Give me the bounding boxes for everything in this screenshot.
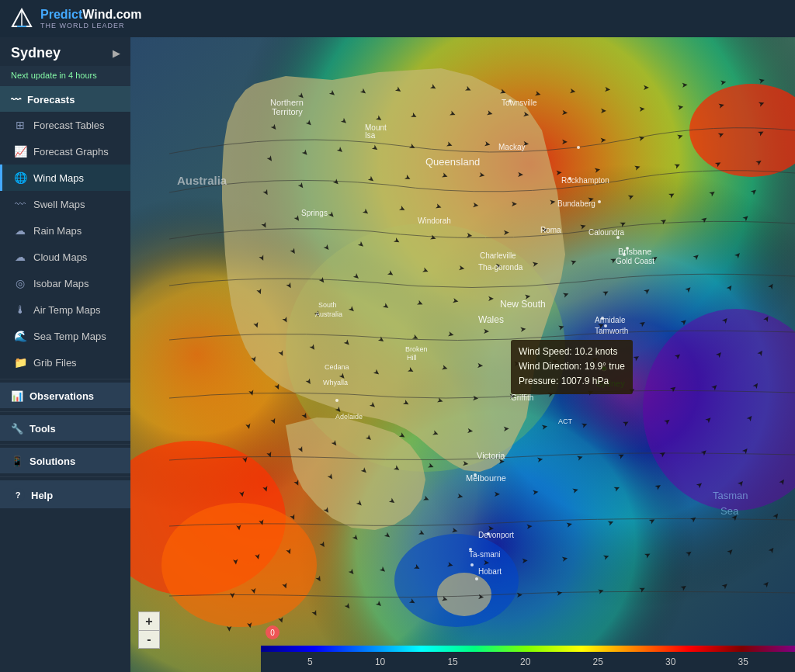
- help-icon: ?: [11, 488, 25, 502]
- svg-point-11: [161, 503, 317, 627]
- svg-text:➤: ➤: [494, 490, 500, 498]
- forecast-tables-label: Forecast Tables: [33, 120, 105, 131]
- svg-text:Hill: Hill: [407, 354, 417, 362]
- sidebar: Sydney ▶ Next update in 4 hours 〰 Foreca…: [0, 37, 130, 672]
- svg-text:➤: ➤: [599, 135, 606, 144]
- help-label: Help: [31, 490, 53, 501]
- sidebar-item-air-temp-maps[interactable]: 🌡 Air Temp Maps: [0, 296, 130, 323]
- svg-point-325: [469, 548, 472, 551]
- scale-value-4: 20: [520, 656, 530, 667]
- svg-text:Australia: Australia: [315, 310, 342, 318]
- svg-text:Rockhampton: Rockhampton: [561, 176, 609, 185]
- svg-text:Caloundra: Caloundra: [588, 228, 625, 237]
- zoom-in-button[interactable]: +: [138, 611, 160, 630]
- svg-text:➤: ➤: [467, 426, 474, 435]
- zoom-out-button[interactable]: -: [138, 630, 160, 649]
- svg-point-326: [470, 563, 474, 566]
- solutions-icon: 📱: [11, 456, 23, 467]
- svg-text:➤: ➤: [231, 558, 241, 565]
- location-header[interactable]: Sydney ▶: [0, 37, 130, 66]
- svg-point-328: [487, 532, 490, 535]
- svg-point-316: [598, 200, 601, 203]
- observations-label: Observations: [30, 390, 94, 402]
- svg-text:➤: ➤: [472, 200, 479, 210]
- svg-text:➤: ➤: [519, 324, 526, 334]
- sidebar-item-swell-maps[interactable]: 〰 Swell Maps: [0, 191, 130, 217]
- air-temp-icon: 🌡: [13, 303, 27, 316]
- zoom-controls: + -: [138, 611, 160, 649]
- sidebar-item-cloud-maps[interactable]: ☁ Cloud Maps: [0, 244, 130, 270]
- svg-point-313: [509, 99, 512, 102]
- scale-value-2: 10: [375, 656, 385, 667]
- svg-point-327: [475, 577, 478, 580]
- svg-text:➤: ➤: [466, 230, 473, 240]
- svg-text:➤: ➤: [477, 592, 484, 601]
- forecast-graphs-label: Forecast Graphs: [33, 146, 109, 158]
- svg-text:➤: ➤: [225, 625, 234, 632]
- sidebar-item-observations[interactable]: 📊 Observations: [0, 383, 130, 408]
- svg-text:➤: ➤: [517, 170, 523, 178]
- app-header: PredictWind.com THE WORLD LEADER: [0, 0, 795, 37]
- tools-label: Tools: [30, 423, 56, 435]
- svg-text:➤: ➤: [526, 521, 533, 531]
- svg-text:Roma: Roma: [540, 226, 561, 234]
- sidebar-item-forecast-tables[interactable]: ⊞ Forecast Tables: [0, 112, 130, 138]
- sidebar-item-grib-files[interactable]: 📁 Grib Files: [0, 349, 130, 376]
- sidebar-item-sea-temp-maps[interactable]: 🌊 Sea Temp Maps: [0, 323, 130, 349]
- map-container[interactable]: ➤ ➤ ➤ ➤ ➤ ➤ ➤ ➤ ➤ ➤ ➤ ➤ ➤ ➤ ➤ ➤ ➤ ➤ ➤: [130, 37, 795, 672]
- sea-temp-label: Sea Temp Maps: [33, 331, 106, 342]
- svg-text:➤: ➤: [521, 556, 528, 565]
- svg-text:Sea: Sea: [720, 505, 739, 517]
- scale-bar: 5 10 15 20 25 30 35: [261, 652, 795, 672]
- svg-text:Mackay: Mackay: [498, 143, 525, 151]
- svg-text:➤: ➤: [511, 199, 517, 208]
- scale-value-3: 15: [447, 656, 457, 667]
- svg-text:➤: ➤: [516, 591, 522, 599]
- logo-text-area: PredictWind.com THE WORLD LEADER: [40, 8, 142, 29]
- svg-text:➤: ➤: [502, 424, 509, 433]
- svg-text:➤: ➤: [462, 459, 469, 468]
- cloud-maps-label: Cloud Maps: [33, 251, 87, 263]
- svg-text:➤: ➤: [483, 327, 489, 335]
- divider-2: [0, 411, 130, 412]
- svg-text:Wales: Wales: [478, 314, 504, 325]
- svg-text:Griffith: Griffith: [511, 393, 533, 402]
- svg-text:Hobart: Hobart: [478, 567, 502, 576]
- observations-icon: 📊: [11, 390, 23, 402]
- weather-map[interactable]: ➤ ➤ ➤ ➤ ➤ ➤ ➤ ➤ ➤ ➤ ➤ ➤ ➤ ➤ ➤ ➤ ➤ ➤ ➤: [130, 37, 795, 672]
- svg-text:➤: ➤: [488, 294, 494, 303]
- svg-point-320: [601, 317, 604, 320]
- color-scale-bar: [261, 646, 795, 652]
- sidebar-item-forecast-graphs[interactable]: 📈 Forecast Graphs: [0, 138, 130, 165]
- svg-point-324: [474, 473, 477, 476]
- svg-text:New South: New South: [500, 299, 546, 310]
- svg-text:Melbourne: Melbourne: [466, 473, 506, 483]
- svg-text:Ta-smani: Ta-smani: [469, 550, 501, 559]
- scale-value-1: 5: [307, 656, 313, 667]
- wind-maps-icon: 🌐: [13, 171, 27, 184]
- sidebar-item-forecasts[interactable]: 〰 Forecasts: [0, 86, 130, 112]
- sidebar-item-help[interactable]: ? Help: [0, 480, 130, 508]
- divider-1: [0, 379, 130, 379]
- swell-maps-icon: 〰: [13, 198, 27, 210]
- svg-text:➤: ➤: [477, 361, 484, 370]
- sidebar-item-solutions[interactable]: 📱 Solutions: [0, 448, 130, 473]
- forecasts-label: Forecasts: [27, 94, 75, 106]
- divider-4: [0, 476, 130, 477]
- sidebar-item-rain-maps[interactable]: ☁ Rain Maps: [0, 217, 130, 244]
- svg-text:➤: ➤: [561, 108, 568, 117]
- svg-text:➤: ➤: [532, 487, 539, 497]
- svg-text:South: South: [318, 301, 337, 309]
- svg-text:➤: ➤: [561, 137, 568, 146]
- svg-text:Tha-goronda: Tha-goronda: [478, 263, 523, 272]
- svg-text:Northern: Northern: [270, 98, 304, 107]
- svg-text:➤: ➤: [638, 104, 645, 113]
- location-arrow: ▶: [113, 48, 120, 59]
- solutions-label: Solutions: [30, 456, 75, 467]
- scale-value-6: 30: [665, 656, 675, 667]
- sidebar-item-isobar-maps[interactable]: ◎ Isobar Maps: [0, 270, 130, 296]
- sidebar-item-wind-maps[interactable]: 🌐 Wind Maps: [0, 165, 130, 191]
- scale-numbers: 5 10 15 20 25 30 35: [261, 656, 795, 667]
- tools-icon: 🔧: [11, 423, 23, 435]
- sidebar-item-tools[interactable]: 🔧 Tools: [0, 415, 130, 441]
